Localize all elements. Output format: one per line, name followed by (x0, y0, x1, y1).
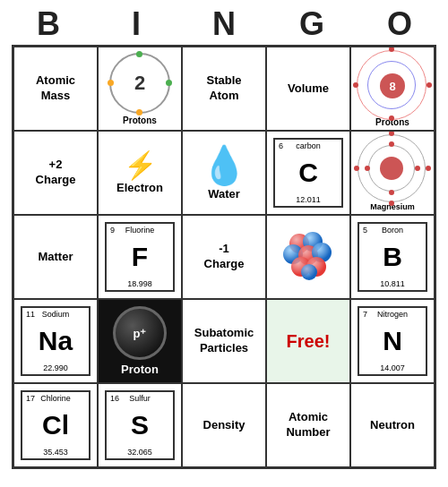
free-label: Free! (287, 331, 331, 352)
proton-label: Proton (121, 363, 159, 376)
cell-4-2: Density (182, 383, 266, 467)
letter-b: B (8, 5, 89, 43)
cell-2-3 (266, 215, 350, 299)
proton-circle: p⁺ (113, 306, 167, 360)
cell-0-3: Volume (266, 47, 350, 131)
cell-text: Volume (288, 81, 329, 97)
letter-g: G (271, 5, 352, 43)
letter-n: N (184, 5, 264, 43)
cell-1-4: Magnesium (350, 131, 435, 215)
water-drop-icon: 💧 (201, 143, 247, 187)
cell-2-2: -1Charge (182, 215, 266, 299)
cell-text: Neutron (370, 418, 415, 433)
cell-3-0: 11SodiumNa22.990 (13, 299, 98, 383)
cell-3-2: SubatomicParticles (182, 299, 266, 383)
letter-i: I (96, 5, 177, 43)
cell-3-4: 7NitrogenN14.007 (350, 299, 435, 383)
atom-label: Protons (123, 115, 157, 125)
cell-text: StableAtom (206, 73, 241, 104)
cell-4-4: Neutron (350, 383, 435, 467)
cell-0-4: 8Protons (350, 47, 435, 131)
cell-1-2: 💧Water (182, 131, 266, 215)
cell-text: AtomicNumber (286, 410, 330, 440)
bingo-grid: AtomicMass2ProtonsStableAtomVolume8Proto… (12, 45, 436, 469)
cell-text: AtomicMass (36, 73, 75, 104)
atom-circle-2: 2 (109, 53, 170, 114)
atom8-wrapper: 8 (357, 50, 428, 117)
element-tile-C: 6carbonC12.011 (273, 138, 343, 208)
cell-0-0: AtomicMass (13, 47, 98, 131)
element-tile-B: 5BoronB10.811 (358, 222, 427, 292)
svg-point-7 (301, 264, 317, 280)
element-tile-N: 7NitrogenN14.007 (358, 306, 427, 376)
cell-2-0: Matter (13, 215, 98, 299)
bingo-header: B I N G O (4, 0, 444, 45)
cell-text: -1Charge (204, 242, 245, 272)
lightning-icon: ⚡ (124, 150, 157, 181)
cell-text: +2Charge (36, 158, 76, 188)
cell-text: Matter (38, 250, 73, 265)
element-tile-Na: 11SodiumNa22.990 (21, 306, 90, 376)
cell-1-1: ⚡Electron (98, 131, 182, 215)
cell-2-4: 5BoronB10.811 (350, 215, 435, 299)
cell-4-1: 16SulfurS32.065 (98, 383, 182, 467)
cell-1-3: 6carbonC12.011 (266, 131, 350, 215)
cell-3-1: p⁺Proton (98, 299, 182, 383)
cell-4-3: AtomicNumber (266, 383, 350, 467)
cell-0-2: StableAtom (182, 47, 266, 131)
element-tile-S: 16SulfurS32.065 (105, 390, 175, 460)
nucleus-icon (277, 226, 340, 288)
element-tile-Cl: 17ChlorineCl35.453 (21, 390, 90, 460)
letter-o: O (359, 5, 440, 43)
cell-2-1: 9FluorineF18.998 (98, 215, 182, 299)
cell-1-0: +2Charge (13, 131, 98, 215)
cell-text: SubatomicParticles (194, 326, 254, 356)
cell-3-3: Free! (266, 299, 350, 383)
atomring-wrapper (358, 134, 427, 202)
cell-4-0: 17ChlorineCl35.453 (13, 383, 98, 467)
element-tile-F: 9FluorineF18.998 (105, 222, 175, 292)
water-label: Water (208, 187, 240, 202)
cell-0-1: 2Protons (98, 47, 182, 131)
cell-text: Density (203, 418, 246, 433)
electron-label: Electron (116, 181, 163, 196)
